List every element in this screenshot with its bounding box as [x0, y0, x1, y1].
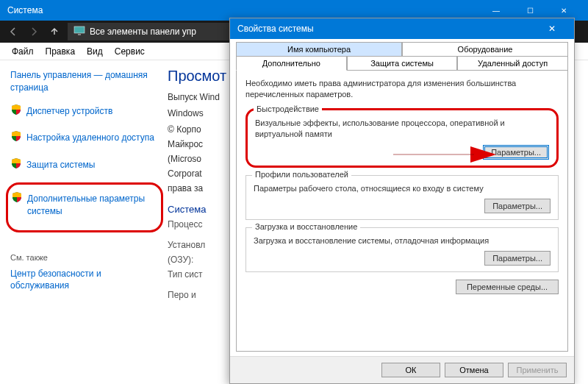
content-label: (ОЗУ):: [168, 255, 226, 265]
group-desc: Параметры рабочего стола, относящиеся ко…: [254, 183, 551, 194]
shield-icon: [10, 104, 22, 115]
forward-button[interactable]: [24, 23, 44, 40]
sidebar-link-security[interactable]: Центр безопасности и обслуживания: [10, 266, 159, 294]
group-desc: Визуальные эффекты, использование процес…: [255, 118, 549, 141]
breadcrumb-text: Все элементы панели упр: [90, 26, 196, 37]
menu-file[interactable]: Файл: [6, 45, 40, 58]
dialog-close-button[interactable]: ✕: [537, 24, 567, 34]
up-button[interactable]: [44, 23, 65, 40]
content-row: Майкрос: [168, 139, 226, 149]
ok-button[interactable]: ОК: [381, 363, 440, 377]
cancel-button[interactable]: Отмена: [445, 363, 503, 377]
content-row: Windows: [168, 108, 226, 118]
svg-rect-0: [74, 26, 85, 33]
tab-protection[interactable]: Защита системы: [347, 56, 458, 71]
sidebar-item-protection[interactable]: Защита системы: [10, 155, 159, 179]
group-legend: Загрузка и восстановление: [252, 222, 360, 231]
sidebar-item-label: Диспетчер устройств: [26, 104, 112, 119]
content-label: Перо и: [168, 290, 226, 300]
tab-computer-name[interactable]: Имя компьютера: [236, 42, 402, 57]
group-legend: Быстродействие: [254, 104, 322, 113]
content-row: Выпуск Wind: [168, 92, 226, 102]
menu-tools[interactable]: Сервис: [109, 45, 151, 58]
tab-content: Необходимо иметь права администратора дл…: [236, 70, 568, 352]
sidebar: Панель управления — домашняя страница Ди…: [0, 60, 162, 384]
env-vars-button[interactable]: Переменные среды...: [456, 280, 559, 294]
group-startup: Загрузка и восстановление Загрузка и вос…: [245, 227, 559, 272]
see-also-heading: См. также: [10, 253, 159, 262]
profiles-settings-button[interactable]: Параметры...: [484, 199, 551, 213]
sidebar-item-advanced[interactable]: Дополнительные параметры системы: [11, 189, 154, 226]
page-title: Просмот: [168, 68, 226, 85]
svg-rect-1: [78, 34, 81, 35]
tab-hardware[interactable]: Оборудование: [402, 42, 568, 57]
group-heading: Система: [168, 204, 226, 215]
sidebar-item-device-mgr[interactable]: Диспетчер устройств: [10, 102, 159, 126]
content-row: (Microso: [168, 154, 226, 164]
menu-view[interactable]: Вид: [81, 45, 109, 58]
group-legend: Профили пользователей: [252, 170, 351, 179]
content-area: Просмот Выпуск Wind Windows © Корпо Майк…: [162, 60, 232, 384]
shield-icon: [10, 157, 22, 169]
startup-settings-button[interactable]: Параметры...: [484, 251, 551, 266]
dialog-intro: Необходимо иметь права администратора дл…: [245, 78, 559, 101]
window-title: Система: [7, 5, 43, 15]
tab-advanced[interactable]: Дополнительно: [236, 56, 347, 71]
back-button[interactable]: [3, 23, 24, 40]
content-row: права за: [168, 183, 226, 193]
dialog-footer: ОК Отмена Применить: [230, 356, 574, 383]
performance-settings-button[interactable]: Параметры...: [483, 145, 549, 160]
sidebar-item-label: Защита системы: [26, 157, 95, 173]
content-label: Процесс: [168, 219, 226, 230]
monitor-icon: [74, 26, 85, 38]
content-row: © Корпо: [168, 124, 226, 135]
menu-edit[interactable]: Правка: [40, 45, 82, 58]
dialog-title: Свойства системы: [237, 24, 314, 34]
content-label: Установл: [168, 240, 226, 250]
system-properties-dialog: Свойства системы ✕ Имя компьютера Оборуд…: [229, 18, 575, 384]
tab-remote[interactable]: Удаленный доступ: [457, 56, 568, 71]
shield-icon: [10, 130, 22, 142]
group-performance: Быстродействие Визуальные эффекты, испол…: [245, 108, 559, 168]
dialog-titlebar: Свойства системы ✕: [230, 18, 574, 39]
apply-button[interactable]: Применить: [508, 363, 567, 377]
content-row: Corporat: [168, 168, 226, 179]
shield-icon: [11, 191, 23, 203]
group-desc: Загрузка и восстановление системы, отлад…: [254, 235, 551, 246]
sidebar-home-link[interactable]: Панель управления — домашняя страница: [10, 68, 159, 96]
sidebar-item-label: Дополнительные параметры системы: [27, 191, 154, 219]
group-profiles: Профили пользователей Параметры рабочего…: [245, 175, 559, 220]
sidebar-item-label: Настройка удаленного доступа: [26, 130, 154, 146]
content-label: Тип сист: [168, 269, 226, 280]
sidebar-item-remote[interactable]: Настройка удаленного доступа: [10, 128, 159, 152]
